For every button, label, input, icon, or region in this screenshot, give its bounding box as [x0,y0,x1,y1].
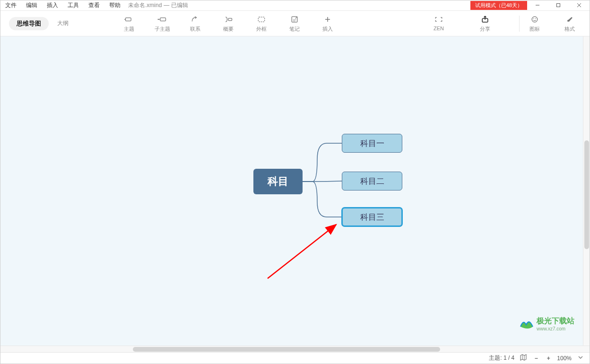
svg-rect-6 [160,18,166,21]
menu-view[interactable]: 查看 [84,0,104,11]
subtopic-3[interactable]: 科目三 [342,208,402,226]
tool-label: 分享 [480,26,490,33]
mindmap-canvas[interactable]: 科目 科目一 科目二 科目三 极光下载站 www.xz7.com [0,36,583,346]
zoom-level[interactable]: 100% [557,355,572,362]
menu-help[interactable]: 帮助 [104,0,125,11]
window-minimize-button[interactable] [527,0,548,11]
brush-icon [565,14,574,25]
annotation-arrow [265,222,350,283]
subtopic-1[interactable]: 科目一 [342,134,402,153]
boundary-icon [257,14,266,25]
window-close-button[interactable] [569,0,590,11]
watermark-text: 极光下载站 [537,317,574,325]
title-bar: 文件 编辑 插入 工具 查看 帮助 未命名.xmind—已编辑 试用模式（已48… [0,0,590,11]
tool-note[interactable]: 笔记 [283,14,306,33]
tool-label: 联系 [190,26,200,33]
tool-label: 格式 [564,26,575,33]
svg-point-18 [533,18,534,19]
relation-icon [191,14,200,25]
menu-tools[interactable]: 工具 [63,0,84,11]
watermark-icon [519,316,534,331]
menu-insert[interactable]: 插入 [42,0,63,11]
chevron-down-icon [577,354,584,362]
tool-label: 概要 [223,26,234,33]
central-topic[interactable]: 科目 [253,169,303,194]
topic-icon [124,14,134,25]
tool-summary[interactable]: 概要 [217,14,240,33]
svg-rect-9 [228,18,232,21]
watermark: 极光下载站 www.xz7.com [519,316,574,331]
menu-bar: 文件 编辑 插入 工具 查看 帮助 [0,0,125,11]
watermark-url: www.xz7.com [537,326,574,331]
svg-point-19 [535,18,536,19]
svg-rect-4 [126,18,131,21]
tool-label: 主题 [124,26,134,33]
zoom-in-button[interactable]: + [545,355,552,362]
zoom-dropdown[interactable] [576,354,585,363]
svg-point-8 [158,19,159,20]
tab-mindmap[interactable]: 思维导图 [9,17,49,30]
note-icon [290,14,299,25]
plus-icon [323,14,332,25]
zoom-out-button[interactable]: − [532,355,540,362]
topic-count: 主题: 1 / 4 [489,354,514,362]
map-overview-button[interactable] [519,354,528,363]
tool-icons[interactable]: 图标 [523,14,546,33]
scrollbar-thumb[interactable] [133,347,440,352]
svg-rect-10 [258,17,264,22]
trial-badge[interactable]: 试用模式（已48天） [470,1,527,10]
maximize-icon [556,2,561,9]
tool-zen[interactable]: ZEN [427,14,450,33]
status-bar: 主题: 1 / 4 − + 100% [0,352,590,364]
subtopic-icon [157,14,167,25]
share-icon [480,14,490,25]
tool-topic[interactable]: 主题 [118,14,140,33]
tool-subtopic[interactable]: 子主题 [151,14,174,33]
vertical-scrollbar[interactable] [583,36,590,346]
scrollbar-thumb[interactable] [584,140,589,249]
subtopic-2[interactable]: 科目二 [342,172,402,191]
map-icon [520,354,527,362]
menu-edit[interactable]: 编辑 [21,0,42,11]
tool-label: 外框 [256,26,267,33]
svg-line-20 [268,225,336,278]
toolbar: 思维导图 大纲 主题 子主题 联系 概要 [0,11,590,36]
smiley-icon [530,14,539,25]
tool-insert[interactable]: 插入 [316,14,339,33]
svg-point-17 [532,17,538,22]
tool-share[interactable]: 分享 [474,14,496,33]
tool-label: 笔记 [289,26,300,33]
tool-label: ZEN [434,26,444,31]
menu-file[interactable]: 文件 [0,0,21,11]
horizontal-scrollbar[interactable] [0,346,590,352]
tool-label: 子主题 [155,26,170,33]
zen-icon [434,14,443,25]
close-icon [577,2,581,9]
tool-label: 图标 [529,26,540,33]
tool-relation[interactable]: 联系 [184,14,207,33]
tool-format[interactable]: 格式 [558,14,581,33]
window-maximize-button[interactable] [548,0,569,11]
tool-boundary[interactable]: 外框 [250,14,273,33]
tool-label: 插入 [322,26,333,33]
document-title: 未命名.xmind—已编辑 [128,1,188,9]
summary-icon [224,14,233,25]
tab-outline[interactable]: 大纲 [54,17,71,30]
workspace: 科目 科目一 科目二 科目三 极光下载站 www.xz7.com [0,36,590,346]
minimize-icon [535,2,540,9]
svg-rect-1 [557,3,560,7]
